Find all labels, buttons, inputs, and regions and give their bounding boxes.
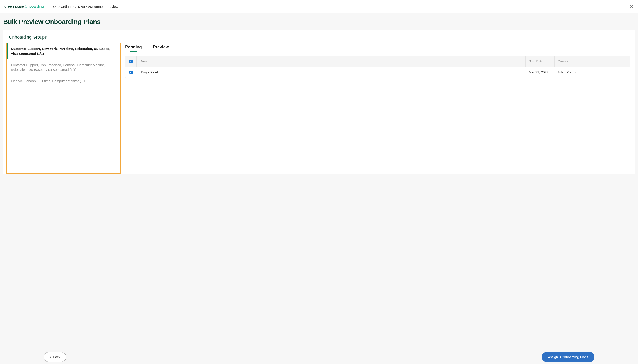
assign-button[interactable]: Assign 3 Onboarding Plans [542,352,594,362]
row-manager: Adam Carrol [554,67,630,78]
footer: Back Assign 3 Onboarding Plans [0,348,638,364]
close-icon [629,4,634,9]
pending-table: Name Start Date Manager Divya Patel Mar … [125,56,630,78]
logo-text-onboarding: Onboarding [25,4,44,9]
close-button[interactable] [629,4,634,9]
table-row: Divya Patel Mar 31, 2023 Adam Carrol [126,67,630,78]
select-all-checkbox[interactable] [129,60,132,63]
page-title: Bulk Preview Onboarding Plans [0,13,638,30]
content-area: Bulk Preview Onboarding Plans Onboarding… [0,13,638,348]
header-divider [48,4,49,9]
group-item-1[interactable]: Customer Support, San Francisco, Contrac… [7,60,120,76]
back-button[interactable]: Back [44,352,66,362]
header-manager: Manager [554,56,630,66]
tabs: Pending Preview [125,44,630,52]
row-name: Divya Patel [136,67,526,78]
check-icon [130,60,132,62]
sidebar-spacer [7,87,120,173]
check-icon [130,71,132,74]
logo: greenhouse Onboarding [4,4,44,9]
tab-preview[interactable]: Preview [153,44,169,52]
chevron-left-icon [50,356,52,358]
panel-title: Onboarding Groups [9,34,629,40]
logo-text-greenhouse: greenhouse [4,4,24,9]
table-header-row: Name Start Date Manager [126,56,630,67]
group-item-2[interactable]: Finance, London, Full-time, Computer Mon… [7,76,120,87]
row-checkbox[interactable] [130,70,133,74]
detail-panel: Pending Preview Name Start Date Manager [125,43,635,174]
tab-pending[interactable]: Pending [125,44,142,52]
row-checkbox-cell [126,67,136,78]
main-panel: Onboarding Groups Customer Support, New … [3,30,635,174]
back-button-label: Back [53,355,60,359]
onboarding-groups-sidebar: Customer Support, New York, Part-time, R… [6,43,121,174]
breadcrumb: Onboarding Plans Bulk Assignment Preview [53,5,118,8]
app-header: greenhouse Onboarding Onboarding Plans B… [0,0,638,13]
panel-body: Customer Support, New York, Part-time, R… [3,43,635,174]
header-checkbox-cell [126,56,136,66]
header-name: Name [136,56,526,66]
panel-header: Onboarding Groups [3,30,635,43]
row-start-date: Mar 31, 2023 [526,67,554,78]
header-start-date: Start Date [526,56,554,66]
group-item-0[interactable]: Customer Support, New York, Part-time, R… [7,43,120,60]
